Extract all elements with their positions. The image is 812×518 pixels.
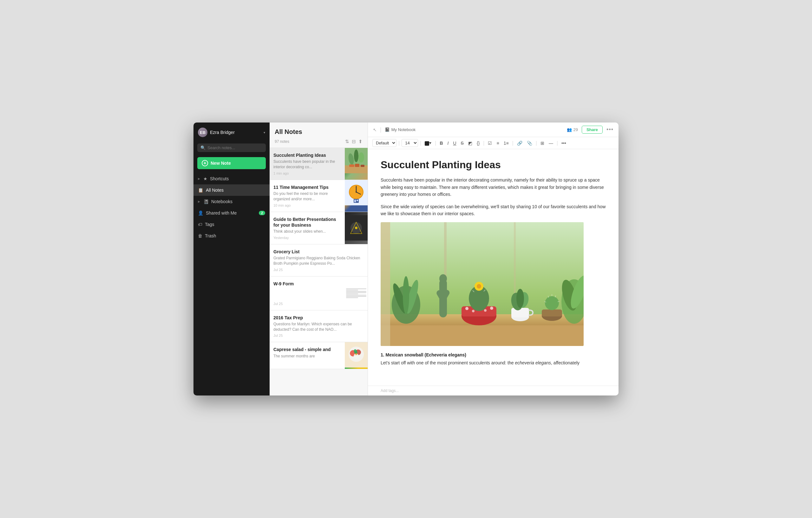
form-line bbox=[346, 289, 366, 289]
svg-point-19 bbox=[355, 227, 357, 229]
note-time: Jul 25 bbox=[273, 302, 341, 306]
archive-icon[interactable]: ⬆ bbox=[358, 139, 362, 144]
note-title: 2016 Tax Prep bbox=[273, 315, 363, 321]
editor-content[interactable]: Succulent Planting Ideas Succulents have… bbox=[368, 149, 618, 386]
note-preview: The summer months are bbox=[273, 354, 341, 359]
font-color-button[interactable]: ▾ bbox=[423, 139, 433, 146]
form-line bbox=[346, 292, 366, 293]
note-item-content: 11 Time Management Tips Do you feel the … bbox=[270, 180, 345, 212]
notebook-ref[interactable]: 📓 My Notebook bbox=[385, 127, 416, 132]
share-button[interactable]: Share bbox=[582, 126, 603, 134]
sidebar: EB Ezra Bridger ▾ 🔍 + New Note ▶ ★ Short… bbox=[194, 122, 270, 396]
chevron-down-icon: ▾ bbox=[264, 131, 265, 134]
format-sep: | bbox=[435, 140, 436, 146]
note-preview: Think about your slides when... bbox=[273, 229, 341, 234]
svg-rect-14 bbox=[354, 200, 356, 202]
note-title: Guide to Better Presentations for your B… bbox=[273, 216, 341, 228]
svg-rect-7 bbox=[360, 165, 365, 167]
sidebar-item-shortcuts[interactable]: ▶ ★ Shortcuts bbox=[194, 173, 270, 184]
more-options-icon[interactable]: ••• bbox=[606, 126, 613, 133]
note-item-grocery[interactable]: Grocery List Grated Parmigiano Reggiano … bbox=[270, 244, 368, 276]
notes-list-actions: ⇅ ⊟ ⬆ bbox=[345, 139, 362, 144]
note-item-presentations[interactable]: Guide to Better Presentations for your B… bbox=[270, 212, 368, 244]
code-button[interactable]: {} bbox=[475, 140, 481, 147]
font-size-select[interactable]: 14 bbox=[402, 139, 418, 147]
new-note-label: New Note bbox=[211, 161, 231, 166]
note-preview: Do you feel the need to be more organize… bbox=[273, 191, 341, 202]
table-button[interactable]: ⊞ bbox=[539, 140, 546, 147]
more-format-button[interactable]: ••• bbox=[560, 140, 568, 147]
editor-toolbar-top: ↖ | 📓 My Notebook 👥 29 Share ••• bbox=[368, 122, 618, 137]
svg-point-48 bbox=[484, 309, 487, 312]
svg-rect-15 bbox=[356, 200, 358, 201]
app-window: EB Ezra Bridger ▾ 🔍 + New Note ▶ ★ Short… bbox=[194, 122, 618, 396]
back-icon[interactable]: ↖ bbox=[373, 127, 377, 132]
checkbox-button[interactable]: ☑ bbox=[486, 140, 494, 147]
sort-icon[interactable]: ⇅ bbox=[345, 139, 349, 144]
sidebar-item-notebooks[interactable]: ▶ 📓 Notebooks bbox=[194, 196, 270, 207]
tags-icon: 🏷 bbox=[198, 222, 202, 227]
search-bar[interactable]: 🔍 bbox=[197, 143, 266, 152]
sidebar-label-all-notes: All Notes bbox=[206, 188, 224, 193]
editor-format-bar: Default | 14 | ▾ | B I U S ◩ {} | ☑ ≡ 1≡… bbox=[368, 137, 618, 149]
note-item-content: 2016 Tax Prep Questions for Marilyn: Whi… bbox=[270, 310, 368, 342]
notes-count: 97 notes bbox=[275, 139, 289, 144]
search-input[interactable] bbox=[207, 145, 263, 150]
sidebar-label-trash: Trash bbox=[205, 233, 216, 238]
unordered-list-button[interactable]: ≡ bbox=[495, 140, 500, 147]
collab-icon: 👥 bbox=[567, 127, 572, 132]
divider-button[interactable]: — bbox=[547, 140, 555, 147]
note-item-caprese[interactable]: Caprese salad - simple and The summer mo… bbox=[270, 342, 368, 369]
notes-icon: 📋 bbox=[198, 188, 203, 193]
notebook-name: My Notebook bbox=[392, 127, 416, 132]
svg-point-45 bbox=[465, 307, 468, 310]
strikethrough-button[interactable]: S bbox=[459, 140, 465, 147]
view-toggle-icon[interactable]: ⊟ bbox=[352, 139, 356, 144]
sidebar-item-shared[interactable]: 👤 Shared with Me 2 bbox=[194, 207, 270, 219]
note-section-title: 1. Mexican snowball (Echeveria elegans) bbox=[381, 352, 606, 357]
note-preview: Grated Parmigiano Reggiano Baking Soda C… bbox=[273, 255, 363, 266]
link-button[interactable]: 🔗 bbox=[516, 140, 524, 147]
notebooks-icon: 📓 bbox=[203, 199, 209, 204]
ordered-list-button[interactable]: 1≡ bbox=[502, 140, 510, 147]
attach-button[interactable]: 📎 bbox=[525, 140, 534, 147]
highlight-button[interactable]: ◩ bbox=[467, 140, 474, 147]
note-item-tax[interactable]: 2016 Tax Prep Questions for Marilyn: Whi… bbox=[270, 310, 368, 343]
user-profile[interactable]: EB Ezra Bridger ▾ bbox=[194, 122, 270, 142]
note-title: Succulent Planting Ideas bbox=[273, 152, 341, 158]
sidebar-item-trash[interactable]: 🗑 Trash bbox=[194, 230, 270, 242]
thumb-succulent-img bbox=[345, 148, 368, 180]
add-tags-label[interactable]: Add tags... bbox=[381, 388, 399, 393]
italic-button[interactable]: I bbox=[446, 140, 451, 147]
sidebar-label-shortcuts: Shortcuts bbox=[210, 176, 229, 181]
new-note-button[interactable]: + New Note bbox=[197, 157, 266, 169]
note-thumb bbox=[345, 148, 368, 180]
sidebar-label-notebooks: Notebooks bbox=[211, 199, 232, 204]
note-thumb bbox=[345, 276, 368, 310]
svg-point-26 bbox=[355, 353, 357, 355]
star-icon: ★ bbox=[203, 176, 207, 181]
avatar: EB bbox=[198, 128, 207, 137]
sidebar-item-all-notes[interactable]: 📋 All Notes bbox=[194, 184, 270, 196]
note-thumb bbox=[345, 180, 368, 212]
note-item-succulent[interactable]: Succulent Planting Ideas Succulents have… bbox=[270, 148, 368, 180]
search-icon: 🔍 bbox=[200, 145, 206, 150]
note-body-paragraph-2: Since the wide variety of species can be… bbox=[381, 203, 606, 217]
arrow-icon: ▶ bbox=[198, 177, 200, 180]
underline-button[interactable]: U bbox=[452, 140, 458, 147]
bold-button[interactable]: B bbox=[438, 140, 444, 147]
note-item-w9[interactable]: W-9 Form Jul 25 bbox=[270, 276, 368, 310]
format-sep: | bbox=[512, 140, 514, 146]
font-family-select[interactable]: Default bbox=[372, 139, 397, 147]
sidebar-item-tags[interactable]: 🏷 Tags bbox=[194, 219, 270, 230]
svg-rect-34 bbox=[381, 222, 390, 346]
format-sep: | bbox=[398, 140, 400, 146]
svg-point-3 bbox=[358, 152, 364, 163]
editor-footer[interactable]: Add tags... bbox=[368, 386, 618, 396]
note-item-time-mgmt[interactable]: 11 Time Management Tips Do you feel the … bbox=[270, 180, 368, 212]
note-item-content: Caprese salad - simple and The summer mo… bbox=[270, 342, 345, 369]
plus-icon: + bbox=[202, 160, 208, 166]
note-time: Jul 25 bbox=[273, 268, 363, 272]
notes-list-body: Succulent Planting Ideas Succulents have… bbox=[270, 148, 368, 396]
user-name: Ezra Bridger bbox=[210, 130, 261, 135]
